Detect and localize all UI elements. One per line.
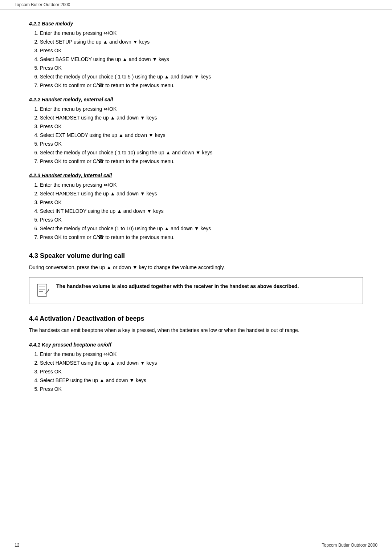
list-item: Press OK (40, 64, 363, 72)
list-item: Press OK (40, 199, 363, 206)
list-item: Press OK to confirm or C/☎ to return to … (40, 82, 363, 89)
section-423-list: Enter the menu by pressing ⇔/OK Select H… (40, 181, 363, 241)
list-item: Enter the menu by pressing ⇔/OK (40, 29, 363, 37)
list-item: Select BASE MELODY using the up ▲ and do… (40, 56, 363, 63)
section-423-heading: 4.2.3 Handset melody, internal call (29, 173, 363, 178)
page-container: Topcom Butler Outdoor 2000 4.2.1 Base me… (0, 0, 392, 555)
section-441-list: Enter the menu by pressing ⇔/OK Select H… (40, 351, 363, 393)
list-item: Select BEEP using the up ▲ and down ▼ ke… (40, 377, 363, 384)
section-423: 4.2.3 Handset melody, internal call Ente… (29, 173, 363, 241)
list-item: Select INT MELODY using the up ▲ and dow… (40, 207, 363, 215)
list-item: Press OK to confirm or C/☎ to return to … (40, 158, 363, 165)
section-441: 4.4.1 Key pressed beeptone on/off Enter … (29, 342, 363, 393)
section-43-description: During conversation, press the up ▲ or d… (29, 263, 363, 271)
section-422-heading: 4.2.2 Handset melody, external call (29, 97, 363, 102)
list-item: Select the melody of your choice (1 to 1… (40, 225, 363, 232)
list-item: Select EXT MELODY using the up ▲ and dow… (40, 131, 363, 139)
footer-page-number: 12 (15, 543, 19, 548)
section-422-list: Enter the menu by pressing ⇔/OK Select H… (40, 105, 363, 165)
list-item: Enter the menu by pressing ⇔/OK (40, 351, 363, 358)
footer-bar: 12 Topcom Butler Outdoor 2000 (0, 543, 392, 548)
section-421-heading: 4.2.1 Base melody (29, 21, 363, 27)
list-item: Press OK (40, 216, 363, 224)
list-item: Select HANDSET using the up ▲ and down ▼… (40, 114, 363, 122)
footer-brand: Topcom Butler Outdoor 2000 (322, 543, 377, 548)
section-421-list: Enter the menu by pressing ⇔/OK Select S… (40, 29, 363, 89)
list-item: Enter the menu by pressing ⇔/OK (40, 105, 363, 113)
main-content: 4.2.1 Base melody Enter the menu by pres… (0, 10, 392, 421)
header-title: Topcom Butler Outdoor 2000 (15, 2, 70, 7)
list-item: Enter the menu by pressing ⇔/OK (40, 181, 363, 189)
section-44-title: 4.4 Activation / Deactivation of beeps (29, 315, 363, 323)
list-item: Select HANDSET using the up ▲ and down ▼… (40, 359, 363, 367)
list-item: Press OK (40, 385, 363, 393)
header-bar: Topcom Butler Outdoor 2000 (0, 0, 392, 10)
list-item: Select the melody of your choice ( 1 to … (40, 149, 363, 157)
list-item: Select HANDSET using the up ▲ and down ▼… (40, 190, 363, 198)
list-item: Press OK (40, 123, 363, 130)
list-item: Select SETUP using the up ▲ and down ▼ k… (40, 38, 363, 46)
section-441-heading: 4.4.1 Key pressed beeptone on/off (29, 342, 363, 348)
list-item: Press OK (40, 47, 363, 54)
section-421: 4.2.1 Base melody Enter the menu by pres… (29, 21, 363, 89)
list-item: Select the melody of your choice ( 1 to … (40, 73, 363, 81)
note-box: The handsfree volume is also adjusted to… (29, 277, 363, 304)
section-43-title: 4.3 Speaker volume during call (29, 252, 363, 260)
section-44: 4.4 Activation / Deactivation of beeps T… (29, 315, 363, 334)
list-item: Press OK (40, 140, 363, 148)
svg-rect-0 (37, 284, 47, 296)
note-icon (35, 283, 51, 299)
note-text: The handsfree volume is also adjusted to… (56, 283, 299, 290)
list-item: Press OK (40, 368, 363, 376)
note-svg-icon (35, 283, 51, 299)
section-422: 4.2.2 Handset melody, external call Ente… (29, 97, 363, 165)
section-44-description: The handsets can emit beeptone when a ke… (29, 326, 363, 334)
section-43: 4.3 Speaker volume during call During co… (29, 252, 363, 304)
list-item: Press OK to confirm or C/☎ to return to … (40, 234, 363, 241)
